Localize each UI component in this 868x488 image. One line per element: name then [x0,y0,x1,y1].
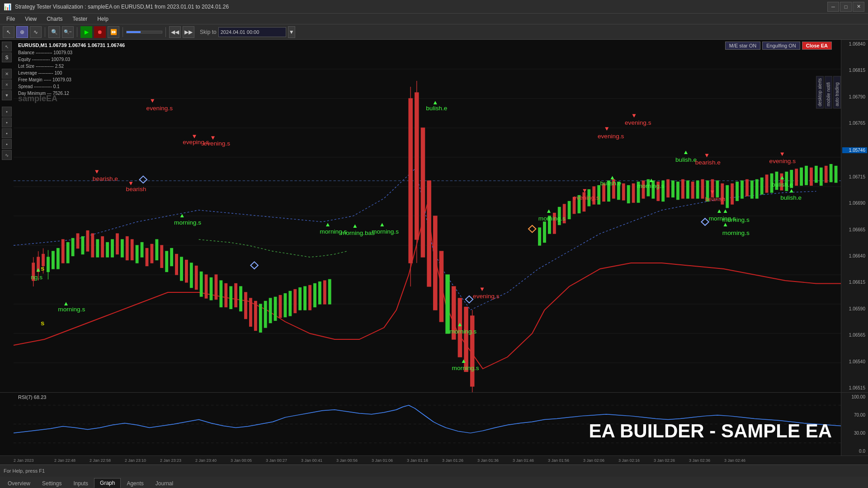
left-tool-arrow[interactable]: ▼ [2,90,12,100]
svg-marker-153 [250,262,258,269]
svg-text:evening.s: evening.s [598,133,624,140]
menu-help[interactable]: Help [93,15,113,23]
menu-file[interactable]: File [2,15,19,23]
svg-rect-121 [687,181,689,198]
svg-text:▲: ▲ [779,174,785,181]
svg-rect-64 [269,298,271,323]
spread-info: Spread ------------ 0.1 [18,83,125,90]
svg-text:▲: ▲ [179,212,185,219]
svg-text:morning.s: morning.s [637,183,664,189]
skip-dropdown-btn[interactable]: ▼ [288,26,295,38]
time-9: 3 Jan 00:56 [336,458,372,463]
left-tool-dot2[interactable]: • [2,117,12,127]
svg-rect-108 [623,184,625,200]
rsi-100: 100.00 [842,394,867,399]
tab-journal[interactable]: Journal [150,479,179,488]
next-btn[interactable]: ▶▶ [183,26,194,38]
svg-rect-122 [692,182,694,198]
minimize-btn[interactable]: ─ [827,2,839,12]
left-tool-x1[interactable]: ✕ [2,69,12,79]
menu-tester[interactable]: Tester [68,15,92,23]
svg-text:evening.s: evening.s [204,140,231,147]
speed-slider[interactable] [126,31,162,33]
svg-rect-33 [116,234,118,254]
svg-text:▼: ▼ [149,97,156,104]
svg-text:▲: ▲ [722,221,729,228]
balance-info: Balance ----------- 10079.03 [18,49,125,56]
time-axis: 2 Jan 2023 2 Jan 22:48 2 Jan 22:58 2 Jan… [0,455,868,465]
svg-rect-134 [751,181,753,198]
play-btn[interactable]: ▶ [80,26,92,38]
svg-text:▼: ▼ [631,112,637,119]
left-tool-wave[interactable]: ∿ [2,150,12,160]
svg-rect-27 [86,231,89,252]
tab-settings[interactable]: Settings [36,479,67,488]
engulfing-btn[interactable]: Engulfing ON [762,42,800,50]
skip-to-input[interactable] [218,27,286,37]
zoom-in-btn[interactable]: 🔍 [48,26,60,38]
time-18: 3 Jan 02:26 [654,458,689,463]
price-2: 1.06815 [842,68,867,73]
svg-text:▲: ▲ [457,321,463,328]
me-star-btn[interactable]: M/E star ON [725,42,761,50]
svg-rect-22 [62,239,64,263]
record-btn[interactable]: ⏺ [94,26,106,38]
price-10: 1.06590 [842,306,867,311]
svg-rect-70 [299,288,301,310]
zoom-out-btn[interactable]: 🔍− [62,26,74,38]
tab-graph[interactable]: Graph [94,478,121,488]
svg-rect-127 [716,181,718,197]
menu-charts[interactable]: Charts [42,15,67,23]
cursor-tool-btn[interactable]: ↖ [3,26,14,38]
svg-rect-135 [756,179,758,198]
svg-rect-144 [800,168,802,185]
crosshair-btn[interactable]: ⊕ [16,26,28,38]
tab-overview[interactable]: Overview [2,479,36,488]
left-tool-dot1[interactable]: • [2,107,12,117]
svg-rect-145 [805,166,807,185]
svg-rect-110 [632,184,634,203]
close-btn[interactable]: ✕ [853,2,864,12]
left-tool-dot3[interactable]: • [2,128,12,138]
left-tool-1[interactable]: ↖ [2,42,12,52]
candlestick-chart[interactable]: ▼ evening.s ▼ eveping.s ▼ evening.s ▼ be… [14,40,841,392]
left-tool-x2[interactable]: × [2,80,12,89]
svg-rect-151 [835,166,837,183]
svg-text:▲: ▲ [352,222,358,229]
svg-rect-20 [52,251,54,269]
svg-text:bulish.e: bulish.e [780,194,802,201]
freemargin-info: Free Margin ----- 10079.03 [18,76,125,83]
svg-rect-149 [825,166,827,183]
tab-agents[interactable]: Agents [121,479,149,488]
maximize-btn[interactable]: □ [840,2,852,12]
time-17: 3 Jan 02:16 [618,458,654,463]
svg-rect-49 [195,266,198,290]
prev-btn[interactable]: ◀◀ [169,26,181,38]
wave-btn[interactable]: ∿ [30,26,42,38]
tab-inputs[interactable]: Inputs [67,479,94,488]
time-13: 3 Jan 01:36 [477,458,513,463]
fast-btn[interactable]: ⏩ [108,26,119,38]
svg-rect-148 [820,168,822,185]
svg-rect-34 [121,239,123,257]
time-3: 2 Jan 23:10 [125,458,160,463]
price-5: 1.06715 [842,174,867,179]
close-ea-btn[interactable]: Close EA [802,42,832,50]
svg-rect-43 [165,251,168,272]
title-bar: 📊 Strategy Tester Visualization : sample… [0,0,868,14]
svg-rect-76 [328,279,330,304]
svg-text:bulish.e: bulish.e [426,105,447,112]
svg-text:bearish: bearish [126,186,146,193]
skip-to-label: Skip to [200,29,217,35]
svg-rect-131 [736,182,738,201]
svg-rect-91 [538,228,541,245]
svg-rect-41 [156,239,158,260]
svg-text:▼: ▼ [779,151,785,158]
left-tool-dot4[interactable]: • [2,139,12,149]
time-20: 3 Jan 02:46 [724,458,760,463]
menu-view[interactable]: View [20,15,41,23]
svg-marker-156 [528,225,536,233]
time-15: 3 Jan 01:56 [548,458,583,463]
svg-rect-129 [726,185,728,207]
svg-rect-123 [696,181,698,198]
